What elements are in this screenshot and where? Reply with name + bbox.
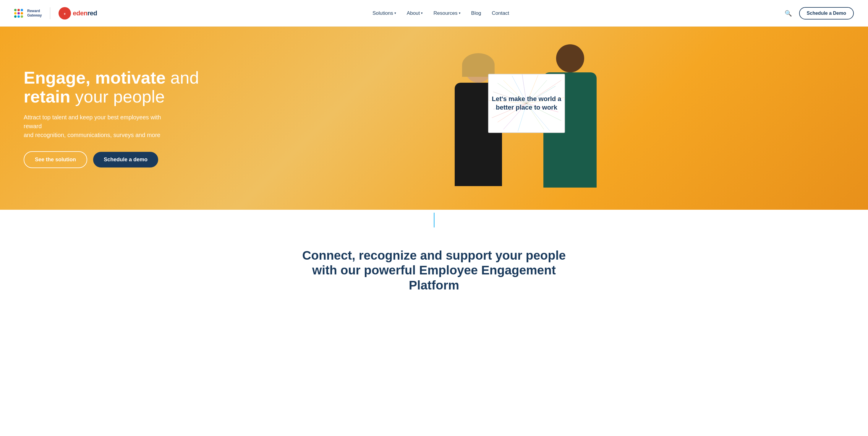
edenred-icon: e	[61, 9, 69, 18]
edenred-wordmark: edenred	[73, 9, 97, 17]
sign-text-content: Let's make the world a better place to w…	[489, 92, 564, 114]
see-solution-button[interactable]: See the solution	[24, 151, 87, 168]
chevron-down-icon: ▾	[421, 11, 423, 15]
nav-contact[interactable]: Contact	[492, 10, 509, 16]
edenred-circle: e	[59, 7, 71, 20]
hero-subtitle: Attract top talent and keep your best em…	[24, 113, 177, 139]
nav-blog[interactable]: Blog	[471, 10, 481, 16]
nav-solutions[interactable]: Solutions ▾	[373, 10, 396, 16]
nav-about[interactable]: About ▾	[407, 10, 423, 16]
vertical-divider	[434, 213, 435, 228]
logo-divider	[50, 7, 50, 19]
header-right: 🔍 Schedule a Demo	[785, 7, 854, 20]
section-2-title: Connect, recognize and support your peop…	[301, 248, 567, 293]
dot-8	[18, 15, 20, 18]
reward-gateway-text: Reward Gateway	[27, 9, 42, 18]
hero-section: Engage, motivate andretain your people A…	[0, 27, 868, 210]
woman-head	[465, 56, 492, 83]
site-header: Reward Gateway e edenred Solutions ▾ Abo	[0, 0, 868, 27]
chevron-down-icon: ▾	[394, 11, 396, 15]
chevron-down-icon: ▾	[459, 11, 461, 15]
hero-people: .ray{stroke-width:0.8;opacity:0.4;}	[419, 44, 626, 192]
main-nav: Solutions ▾ About ▾ Resources ▾ Blog Con…	[373, 10, 509, 16]
dot-2	[18, 9, 20, 11]
hero-title: Engage, motivate andretain your people	[24, 68, 201, 106]
logo-area: Reward Gateway e edenred	[14, 7, 97, 20]
dot-9	[21, 15, 23, 18]
sign: .ray{stroke-width:0.8;opacity:0.4;}	[488, 74, 565, 133]
dot-5	[18, 12, 20, 14]
dot-4	[14, 12, 17, 14]
search-icon-button[interactable]: 🔍	[785, 10, 792, 17]
dot-7	[14, 15, 17, 18]
hero-content: Engage, motivate andretain your people A…	[24, 68, 201, 168]
header-schedule-demo-button[interactable]: Schedule a Demo	[799, 7, 854, 20]
edenred-logo: e edenred	[59, 7, 97, 20]
schedule-demo-hero-button[interactable]: Schedule a demo	[93, 152, 158, 167]
section-2: Connect, recognize and support your peop…	[0, 230, 868, 305]
reward-gateway-logo: Reward Gateway	[14, 9, 42, 18]
hero-buttons: See the solution Schedule a demo	[24, 151, 201, 168]
dot-3	[21, 9, 23, 11]
hero-image-area: .ray{stroke-width:0.8;opacity:0.4;}	[201, 44, 844, 192]
nav-resources[interactable]: Resources ▾	[433, 10, 460, 16]
search-icon: 🔍	[785, 10, 792, 16]
svg-text:e: e	[64, 12, 66, 15]
dot-1	[14, 9, 17, 11]
logo-dots	[14, 9, 23, 18]
man-head	[556, 44, 584, 72]
divider-area	[0, 210, 868, 230]
dot-6	[21, 12, 23, 14]
